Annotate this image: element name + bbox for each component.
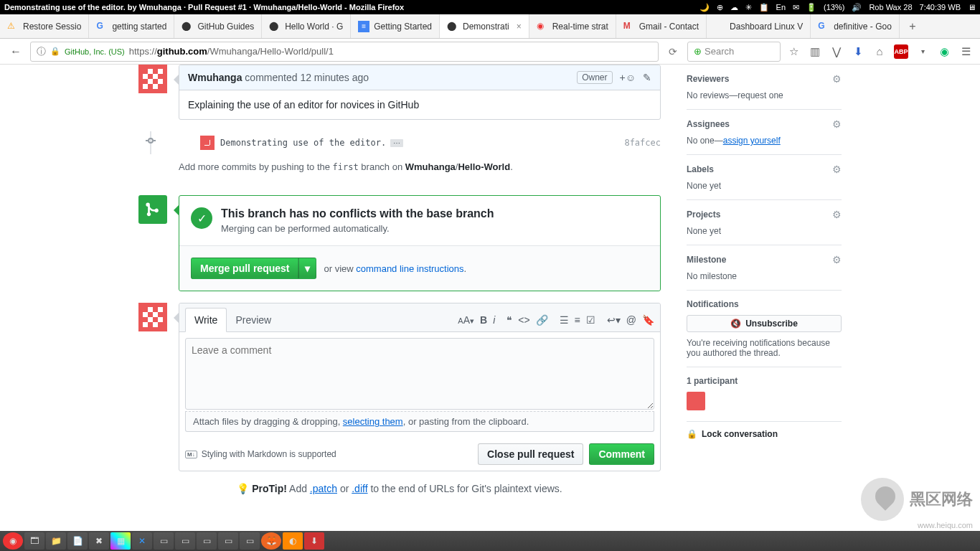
adblock-icon[interactable]: ABP <box>892 43 910 60</box>
extension-icon[interactable]: ◉ <box>936 43 953 60</box>
browser-tab[interactable]: ◉Real-time strat <box>529 14 616 38</box>
edit-icon[interactable]: ✎ <box>643 72 651 83</box>
bold-icon[interactable]: B <box>480 314 487 326</box>
address-bar[interactable]: ⓘ 🔒 GitHub, Inc. (US) https://github.com… <box>30 42 659 62</box>
gear-icon[interactable]: ⚙ <box>832 209 842 220</box>
dropdown-icon[interactable]: ▾ <box>914 43 931 60</box>
reply-icon[interactable]: ↩▾ <box>607 314 621 326</box>
browser-tab[interactable]: Dashboard Linux V <box>707 14 811 38</box>
info-icon[interactable]: ⓘ <box>37 45 46 58</box>
dock-item[interactable]: ◉ <box>3 532 23 550</box>
avatar[interactable] <box>138 65 167 93</box>
dock-item[interactable]: 📁 <box>46 532 66 550</box>
browser-tab[interactable]: ⚠Restore Sessio <box>0 14 89 38</box>
browser-tab[interactable]: Gdefinitive - Goo <box>811 14 900 38</box>
mention-icon[interactable]: @ <box>626 314 636 326</box>
dock-item[interactable]: ▭ <box>154 532 174 550</box>
bulb-icon: 💡 <box>237 483 249 494</box>
commit-row: Demonstrating use of the editor. ⋯ 8fafc… <box>179 131 661 154</box>
dock-item[interactable]: ▭ <box>218 532 238 550</box>
dock-item[interactable]: 🗔 <box>24 532 44 550</box>
pocket-icon[interactable]: ⋁ <box>828 43 845 60</box>
gear-icon[interactable]: ⚙ <box>832 118 842 130</box>
unsubscribe-button[interactable]: 🔇Unsubscribe <box>687 315 842 332</box>
browser-tab[interactable]: ≡Getting Started <box>351 14 440 38</box>
saved-reply-icon[interactable]: 🔖 <box>642 314 654 326</box>
dock-item[interactable]: 🦊 <box>261 532 281 550</box>
task-list-icon[interactable]: ☑ <box>586 314 595 326</box>
lock-conversation[interactable]: 🔒Lock conversation <box>687 422 842 446</box>
downloads-icon[interactable]: ⬇ <box>849 43 867 60</box>
dock-item[interactable]: ▦ <box>110 532 131 550</box>
text-size-icon[interactable]: AA▾ <box>458 314 474 326</box>
add-reaction-icon[interactable]: +☺ <box>620 72 636 83</box>
dock-item[interactable]: ▭ <box>197 532 217 550</box>
link-icon[interactable]: 🔗 <box>536 314 548 326</box>
browser-tabstrip: ⚠Restore Sessio Ggetting started ⬤GitHub… <box>0 14 980 39</box>
diff-link[interactable]: .diff <box>352 483 367 494</box>
gear-icon[interactable]: ⚙ <box>832 254 842 265</box>
commit-hash[interactable]: 8fafcec <box>624 138 661 148</box>
participants-heading: 1 participant <box>687 376 738 386</box>
browser-tab[interactable]: Ggetting started <box>89 14 174 38</box>
dock-item[interactable]: ⬇ <box>304 532 324 550</box>
tray-icon: ⊕ <box>717 3 723 12</box>
code-icon[interactable]: <> <box>518 314 529 326</box>
markdown-hint[interactable]: M↓ Styling with Markdown is supported <box>185 449 336 459</box>
reload-button[interactable]: ⟳ <box>663 42 683 62</box>
dock-item[interactable]: ✖ <box>89 532 109 550</box>
select-files-link[interactable]: selecting them <box>343 416 403 427</box>
browser-toolbar: ← ⓘ 🔒 GitHub, Inc. (US) https://github.c… <box>0 39 980 65</box>
dock-item[interactable]: ▭ <box>240 532 260 550</box>
dock-item[interactable]: ◐ <box>283 532 303 550</box>
italic-icon[interactable]: i <box>493 314 495 326</box>
svg-point-0 <box>149 138 153 143</box>
commit-icon <box>146 136 156 146</box>
commit-message[interactable]: Demonstrating use of the editor. <box>220 138 386 148</box>
search-field[interactable]: ⊕Search <box>687 42 781 62</box>
home-icon[interactable]: ⌂ <box>871 43 888 60</box>
patch-link[interactable]: .patch <box>310 483 337 494</box>
preview-tab[interactable]: Preview <box>227 309 280 331</box>
close-tab-icon[interactable]: × <box>517 22 522 32</box>
assign-yourself-link[interactable]: assign yourself <box>723 136 781 146</box>
write-tab[interactable]: Write <box>185 308 227 332</box>
close-pr-button[interactable]: Close pull request <box>478 443 583 465</box>
lock-icon: 🔒 <box>50 47 60 56</box>
merge-dropdown[interactable]: ▾ <box>298 258 316 279</box>
browser-tab[interactable]: ⬤GitHub Guides <box>174 14 262 38</box>
tray-icon: ✳ <box>745 3 752 12</box>
menu-icon[interactable]: ☰ <box>957 43 974 60</box>
quote-icon[interactable]: ❝ <box>507 314 512 326</box>
monitor-icon: 🖥 <box>968 3 976 11</box>
gear-icon[interactable]: ⚙ <box>832 73 842 85</box>
bookmark-star-icon[interactable]: ☆ <box>785 43 802 60</box>
library-icon[interactable]: ▥ <box>806 43 824 60</box>
comment-meta: Wmuhanga commented 12 minutes ago <box>188 72 369 83</box>
comment-textarea[interactable] <box>185 338 654 410</box>
system-tray: 🌙 ⊕ ☁ ✳ 📋 En ✉ 🔋 (13%) 🔊 Rob Wax 28 7:40… <box>699 3 976 12</box>
dock-item[interactable]: 📄 <box>67 532 88 550</box>
avatar[interactable] <box>138 303 167 331</box>
new-tab-button[interactable]: + <box>900 14 925 38</box>
ellipsis-button[interactable]: ⋯ <box>390 139 403 147</box>
participant-avatar[interactable] <box>687 392 705 410</box>
dock-item[interactable]: ✕ <box>132 532 152 550</box>
browser-tab[interactable]: MGmail - Contact <box>616 14 707 38</box>
gear-icon[interactable]: ⚙ <box>832 164 842 175</box>
push-hint: Add more commits by pushing to the first… <box>179 161 661 184</box>
merge-button[interactable]: Merge pull request <box>191 258 298 279</box>
ul-icon[interactable]: ☰ <box>560 314 569 326</box>
check-icon: ✓ <box>191 207 212 229</box>
mute-icon: 🔇 <box>730 319 741 329</box>
back-button[interactable]: ← <box>6 42 26 62</box>
ol-icon[interactable]: ≡ <box>575 314 580 326</box>
battery-icon: 🔋 <box>806 3 816 12</box>
dock-item[interactable]: ▭ <box>175 532 195 550</box>
commit-avatar[interactable] <box>200 136 215 150</box>
cli-instructions-link[interactable]: command line instructions <box>356 263 463 274</box>
browser-tab[interactable]: ⬤Hello World · G <box>262 14 351 38</box>
comment-button[interactable]: Comment <box>589 443 654 465</box>
reviewers-body: No reviews—request one <box>687 90 842 100</box>
browser-tab-active[interactable]: ⬤Demonstrati× <box>440 14 529 38</box>
